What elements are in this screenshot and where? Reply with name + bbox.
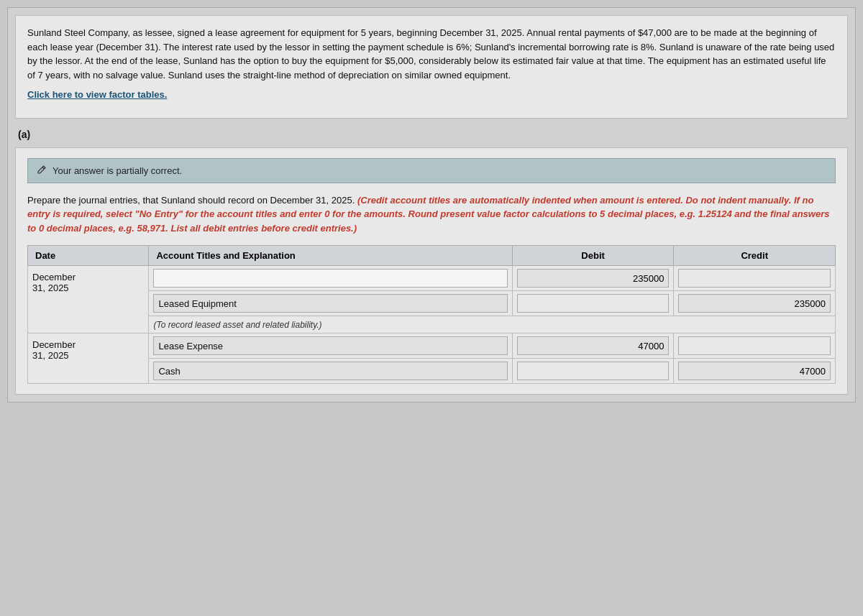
account-input-cell-3[interactable]	[149, 334, 512, 359]
debit-input-1[interactable]	[517, 269, 670, 288]
debit-cell-3[interactable]	[512, 334, 674, 359]
partial-correct-text: Your answer is partially correct.	[52, 165, 182, 176]
instructions: Prepare the journal entries, that Sunlan…	[27, 193, 836, 236]
note-cell-1: (To record leased asset and related liab…	[149, 316, 836, 334]
journal-table: Date Account Titles and Explanation Debi…	[27, 245, 836, 384]
account-input-2[interactable]	[153, 294, 507, 313]
debit-input-3[interactable]	[517, 336, 670, 355]
credit-cell-1[interactable]	[674, 266, 836, 291]
note-text-1: (To record leased asset and related liab…	[153, 317, 321, 333]
credit-cell-4[interactable]	[674, 359, 836, 384]
outer-container: Sunland Steel Company, as lessee, signed…	[7, 7, 856, 403]
instructions-main: Prepare the journal entries, that Sunlan…	[27, 195, 355, 206]
table-row: December31, 2025	[28, 334, 836, 359]
col-header-date: Date	[28, 246, 149, 266]
account-input-cell-1[interactable]	[149, 266, 512, 291]
debit-input-4[interactable]	[517, 362, 670, 380]
factor-tables-link[interactable]: Click here to view factor tables.	[27, 89, 167, 100]
debit-input-2[interactable]	[517, 294, 670, 313]
account-input-cell-2[interactable]	[149, 291, 512, 316]
col-header-credit: Credit	[674, 246, 836, 266]
debit-cell-1[interactable]	[512, 266, 674, 291]
credit-cell-2[interactable]	[674, 291, 836, 316]
date-cell-2: December31, 2025	[28, 334, 149, 384]
table-row	[28, 291, 836, 316]
debit-cell-4[interactable]	[512, 359, 674, 384]
account-input-4[interactable]	[153, 362, 507, 380]
account-input-3[interactable]	[153, 336, 507, 355]
section-a: (a) Your answer is partially correct. Pr…	[15, 129, 848, 395]
credit-input-1[interactable]	[678, 269, 831, 288]
date-cell-1: December31, 2025	[28, 266, 149, 334]
partial-correct-banner: Your answer is partially correct.	[27, 158, 836, 183]
debit-cell-2[interactable]	[512, 291, 674, 316]
inner-box: Your answer is partially correct. Prepar…	[15, 147, 848, 395]
credit-input-3[interactable]	[678, 336, 831, 355]
credit-input-4[interactable]	[678, 362, 831, 380]
problem-description: Sunland Steel Company, as lessee, signed…	[27, 26, 836, 82]
col-header-debit: Debit	[512, 246, 674, 266]
credit-input-2[interactable]	[678, 294, 831, 313]
account-input-1[interactable]	[153, 269, 507, 288]
note-row-1: (To record leased asset and related liab…	[28, 316, 836, 334]
table-row: December31, 2025	[28, 266, 836, 291]
table-row	[28, 359, 836, 384]
problem-text-box: Sunland Steel Company, as lessee, signed…	[15, 15, 848, 119]
credit-cell-3[interactable]	[674, 334, 836, 359]
col-header-account: Account Titles and Explanation	[149, 246, 512, 266]
pencil-icon	[37, 165, 47, 177]
account-input-cell-4[interactable]	[149, 359, 512, 384]
section-a-label: (a)	[15, 129, 848, 140]
